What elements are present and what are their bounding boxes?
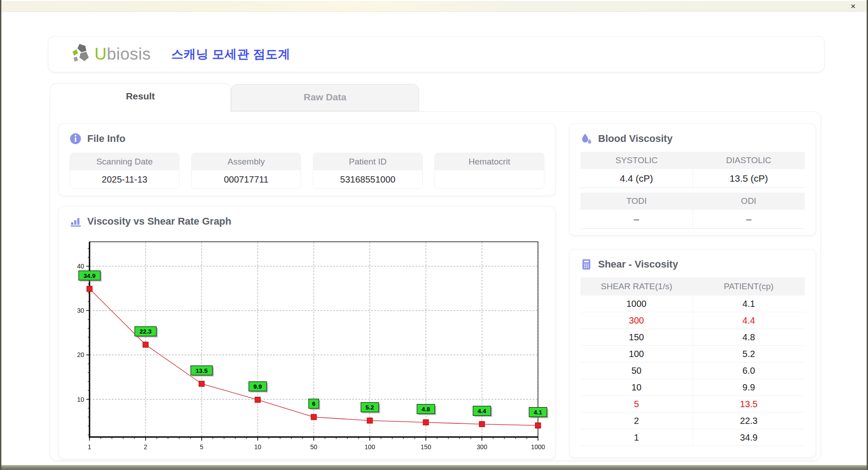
chart-point	[255, 397, 260, 403]
x-tick-label: 5	[200, 443, 203, 451]
table-row: 109.9	[580, 379, 805, 396]
window-titlebar: ×	[1, 1, 867, 12]
droplet-icon	[580, 133, 592, 145]
y-tick-label: 40	[77, 263, 84, 270]
ubiosis-logo-icon	[69, 42, 93, 66]
shear-rate-cell: 50	[580, 362, 693, 379]
field-value	[435, 170, 544, 188]
patient-value-cell: 5.2	[693, 346, 805, 362]
y-tick-label: 10	[77, 396, 84, 403]
point-label: 22.3	[140, 328, 152, 335]
ubiosis-logo: Ubiosis	[69, 42, 151, 66]
sv-header-cell: PATIENT(cp)	[693, 277, 805, 296]
file-info-field: Hematocrit	[434, 153, 544, 189]
table-row: 134.9	[580, 429, 805, 446]
field-value: 53168551000	[313, 170, 422, 188]
point-label: 5.2	[366, 404, 374, 411]
table-row: 1504.8	[580, 329, 805, 346]
x-tick-label: 10	[254, 443, 261, 451]
patient-value-cell: 9.9	[693, 379, 805, 395]
x-tick-label: 50	[310, 443, 317, 451]
point-label: 4.1	[534, 409, 542, 416]
bv-header-row: SYSTOLICDIASTOLIC	[580, 152, 805, 169]
chart-point	[199, 381, 204, 386]
tab-result[interactable]: Result	[50, 83, 231, 112]
blood-viscosity-title: Blood Viscosity	[598, 133, 673, 145]
chart-point	[143, 342, 148, 348]
shear-rate-cell: 150	[580, 329, 693, 345]
bv-value-cell: 13.5 (cP)	[693, 169, 805, 188]
y-tick-label: 30	[77, 307, 84, 314]
window-bottom-border	[1, 465, 867, 470]
x-tick-label: 1	[88, 443, 91, 451]
field-value: 000717711	[192, 170, 301, 188]
file-info-title: File Info	[87, 133, 125, 145]
field-value: 2025-11-13	[70, 170, 179, 188]
patient-value-cell: 4.8	[693, 329, 805, 345]
chart-point	[535, 423, 541, 428]
bar-chart-icon	[70, 216, 81, 227]
patient-value-cell: 6.0	[693, 362, 805, 379]
bv-value-row: 4.4 (cP)13.5 (cP)	[580, 169, 805, 188]
file-info-field: Scanning Date2025-11-13	[70, 153, 179, 189]
patient-value-cell: 22.3	[693, 413, 805, 429]
point-label: 34.9	[84, 273, 95, 279]
bv-header-cell: SYSTOLIC	[580, 152, 693, 169]
chart-point	[367, 418, 373, 423]
field-label: Patient ID	[313, 153, 422, 170]
bv-header-cell: TODI	[580, 193, 693, 210]
app-window: × Ubiosis 스캐닝 모세관 점도계 Result Raw Data	[0, 0, 868, 470]
shear-rate-cell: 100	[580, 346, 693, 362]
bv-header-cell: DIASTOLIC	[693, 152, 805, 169]
file-info-field: Assembly000717711	[191, 153, 301, 189]
field-label: Scanning Date	[70, 153, 179, 170]
point-label: 13.5	[196, 367, 208, 374]
field-label: Hematocrit	[435, 153, 544, 170]
table-row: 3004.4	[580, 312, 805, 329]
shear-rate-cell: 300	[580, 312, 693, 329]
file-info-field: Patient ID53168551000	[313, 153, 423, 189]
shear-viscosity-title: Shear - Viscosity	[598, 258, 678, 270]
file-info-fields: Scanning Date2025-11-13Assembly000717711…	[70, 153, 544, 189]
tab-raw-data[interactable]: Raw Data	[231, 84, 419, 111]
shear-viscosity-table: SHEAR RATE(1/s)PATIENT(cp)10004.13004.41…	[580, 277, 805, 446]
bv-value-cell: 4.4 (cP)	[580, 169, 693, 188]
logo-text: Ubiosis	[94, 45, 151, 64]
chart-point	[311, 414, 316, 420]
bv-header-row: TODIODI	[580, 193, 805, 210]
table-row: 506.0	[580, 362, 805, 379]
patient-value-cell: 4.1	[693, 296, 805, 312]
x-tick-label: 1000	[531, 443, 545, 451]
app-header: Ubiosis 스캐닝 모세관 점도계	[48, 36, 825, 72]
patient-value-cell: 34.9	[693, 429, 805, 446]
page-title: 스캐닝 모세관 점도계	[171, 46, 291, 62]
viscosity-chart: 102030401251050100150300100034.922.313.5…	[70, 237, 549, 454]
y-tick-label: 20	[77, 351, 84, 358]
x-tick-label: 2	[144, 443, 147, 451]
x-tick-label: 300	[476, 443, 487, 451]
table-row: 10004.1	[580, 296, 805, 312]
calculator-icon	[580, 258, 592, 270]
table-row: 222.3	[580, 413, 805, 429]
point-label: 9.9	[254, 383, 262, 390]
graph-title: Viscosity vs Shear Rate Graph	[87, 216, 231, 227]
shear-rate-cell: 10	[580, 379, 693, 395]
chart-point	[87, 286, 92, 291]
shear-rate-cell: 1	[580, 429, 693, 446]
shear-viscosity-card: Shear - Viscosity SHEAR RATE(1/s)PATIENT…	[569, 249, 816, 458]
shear-rate-cell: 1000	[580, 296, 693, 312]
bv-header-cell: ODI	[693, 193, 805, 210]
graph-card: Viscosity vs Shear Rate Graph 1020304012…	[58, 206, 556, 459]
blood-viscosity-card: Blood Viscosity SYSTOLICDIASTOLIC4.4 (cP…	[569, 123, 816, 235]
point-label: 6	[312, 400, 316, 407]
info-icon	[70, 133, 81, 145]
table-row: 1005.2	[580, 346, 805, 362]
patient-value-cell: 4.4	[693, 312, 805, 329]
result-panel: File Info Scanning Date2025-11-13Assembl…	[50, 111, 821, 461]
point-label: 4.8	[422, 406, 430, 413]
x-tick-label: 100	[364, 443, 375, 451]
close-icon[interactable]: ×	[848, 1, 859, 11]
point-label: 4.4	[478, 408, 486, 414]
table-row: 513.5	[580, 396, 805, 413]
chart-point	[479, 422, 485, 427]
